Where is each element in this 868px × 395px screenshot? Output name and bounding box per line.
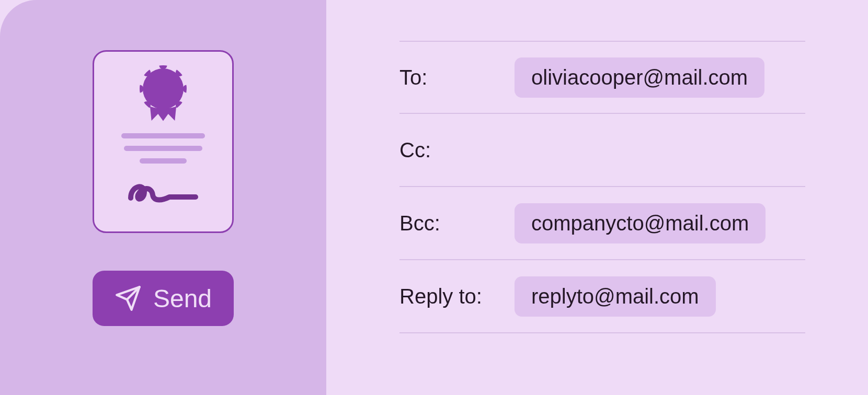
award-seal-icon [143, 68, 184, 122]
bcc-label: Bcc: [399, 212, 515, 235]
signature-icon [127, 179, 200, 205]
send-button[interactable]: Send [93, 271, 234, 326]
document-body-lines [121, 133, 205, 164]
replyto-chip[interactable]: replyto@mail.com [515, 276, 716, 317]
certificate-attachment[interactable] [93, 50, 234, 233]
bcc-row[interactable]: Bcc: companycto@mail.com [399, 187, 805, 260]
replyto-label: Reply to: [399, 285, 515, 308]
bcc-chip[interactable]: companycto@mail.com [515, 203, 766, 243]
to-chip[interactable]: oliviacooper@mail.com [515, 57, 764, 98]
recipients-pane: To: oliviacooper@mail.com Cc: Bcc: compa… [326, 0, 868, 395]
to-row[interactable]: To: oliviacooper@mail.com [399, 41, 805, 114]
replyto-row[interactable]: Reply to: replyto@mail.com [399, 260, 805, 333]
send-icon [115, 285, 142, 312]
send-button-label: Send [153, 284, 212, 313]
cc-label: Cc: [399, 138, 515, 162]
cc-row[interactable]: Cc: [399, 114, 805, 187]
to-label: To: [399, 66, 515, 89]
compose-window: Send To: oliviacooper@mail.com Cc: Bcc: … [0, 0, 868, 395]
attachment-pane: Send [0, 0, 326, 395]
